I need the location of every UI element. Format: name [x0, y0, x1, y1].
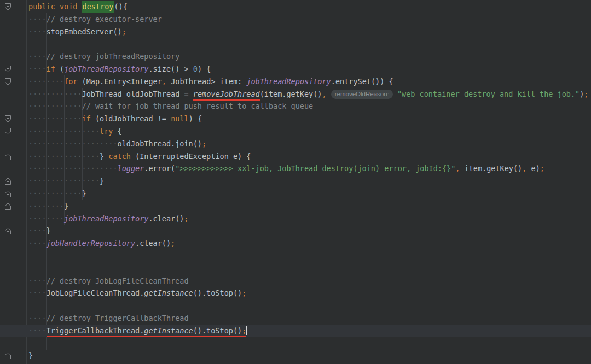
token: ····	[28, 314, 47, 322]
token: removeJobThread	[193, 90, 260, 101]
token: .clear()	[148, 214, 184, 223]
token: JobThread> item:	[166, 77, 246, 86]
gutter-cell[interactable]	[0, 200, 26, 213]
code-line[interactable]: ············// wait for job thread push …	[0, 100, 591, 113]
token: ) {	[189, 114, 202, 123]
token: ············	[28, 114, 82, 123]
code-line[interactable]: ········for (Map.Entry<Integer, JobThrea…	[0, 75, 591, 88]
gutter-cell	[0, 100, 26, 113]
token: ;	[202, 139, 206, 148]
token: getInstance	[144, 289, 193, 297]
token: ····	[28, 52, 47, 61]
gutter-cell[interactable]	[0, 75, 26, 88]
token: public	[28, 2, 55, 11]
token: }	[100, 152, 108, 161]
gutter-cell	[0, 312, 26, 325]
code-text: ····if (jobThreadRepository.size() > 0) …	[0, 63, 591, 75]
token: ········	[28, 214, 64, 223]
token: (Map.Entry<Integer	[77, 77, 161, 86]
gutter-cell[interactable]	[0, 349, 26, 362]
gutter-cell[interactable]	[0, 175, 26, 187]
code-line[interactable]	[0, 337, 591, 350]
token: // wait for job thread push result to ca…	[82, 102, 314, 110]
code-text: public void destroy(){	[0, 1, 591, 13]
gutter-cell	[0, 50, 26, 63]
code-line[interactable]: ····················oldJobThread.join();	[0, 138, 591, 150]
fold-end-icon	[4, 152, 11, 161]
token: if	[47, 64, 55, 73]
code-text: ········jobThreadRepository.clear();	[0, 213, 591, 225]
token: // destroy JobLogFileCleanThread	[47, 277, 189, 285]
token: ····	[28, 239, 47, 248]
code-line[interactable]: ················} catch (InterruptedExce…	[0, 150, 591, 163]
gutter-cell[interactable]	[0, 225, 26, 237]
token: logger	[118, 164, 144, 173]
gutter-cell	[0, 88, 26, 101]
code-text: ····// destroy jobThreadRepository	[0, 50, 591, 63]
token: stopEmbedServer()	[47, 27, 122, 36]
gutter-cell[interactable]	[0, 113, 26, 125]
fold-start-icon	[4, 115, 11, 123]
token: "web container destroy and kill the job.…	[397, 90, 580, 98]
token: }	[28, 351, 33, 360]
gutter-cell	[0, 275, 26, 287]
code-line-current[interactable]: ····TriggerCallbackThread.getInstance().…	[0, 325, 591, 337]
code-line[interactable]: ················try {	[0, 125, 591, 138]
code-text: ············JobThread oldJobThread = rem…	[0, 88, 591, 101]
code-line[interactable]	[0, 38, 591, 50]
gutter-cell	[0, 325, 26, 337]
code-line[interactable]: }	[0, 349, 591, 362]
code-line[interactable]: ····················logger.error(">>>>>>…	[0, 162, 591, 175]
code-line[interactable]: ····// destroy executor-server	[0, 13, 591, 26]
gutter-cell[interactable]	[0, 150, 26, 163]
token: if	[82, 114, 91, 123]
code-line[interactable]: ················}	[0, 175, 591, 187]
token: catch	[108, 152, 131, 161]
code-line[interactable]: ············}	[0, 187, 591, 200]
code-line[interactable]: ····// destroy jobThreadRepository	[0, 50, 591, 63]
code-line[interactable]	[0, 300, 591, 312]
gutter-cell	[0, 138, 26, 150]
token: ····	[28, 326, 47, 335]
code-line[interactable]: ····stopEmbedServer();	[0, 26, 591, 38]
token: destroy	[82, 1, 114, 13]
fold-end-icon	[4, 190, 11, 198]
token	[327, 90, 331, 98]
code-text: ····················logger.error(">>>>>>…	[0, 162, 591, 175]
code-line[interactable]: ····// destroy JobLogFileCleanThread	[0, 275, 591, 287]
code-line[interactable]: ····jobHandlerRepository.clear();	[0, 237, 591, 250]
code-line[interactable]	[0, 262, 591, 275]
token: // destroy TriggerCallbackThread	[47, 314, 189, 322]
token: // destroy executor-server	[47, 15, 162, 24]
gutter-cell[interactable]	[0, 1, 26, 13]
code-text: ················try {	[0, 125, 591, 138]
code-line[interactable]: ············if (oldJobThread != null) {	[0, 113, 591, 125]
gutter-cell[interactable]	[0, 63, 26, 75]
gutter-cell	[0, 287, 26, 300]
code-text: }	[0, 349, 591, 362]
code-text: ····jobHandlerRepository.clear();	[0, 237, 591, 250]
token: (){	[114, 2, 127, 11]
token: (InterruptedException e) {	[131, 152, 251, 161]
code-line[interactable]: ····// destroy TriggerCallbackThread	[0, 312, 591, 325]
code-line[interactable]: ····}	[0, 225, 591, 237]
token: ····	[28, 27, 47, 36]
code-text: ····// destroy TriggerCallbackThread	[0, 312, 591, 325]
code-text: ····// destroy executor-server	[0, 13, 591, 26]
code-line[interactable]: public void destroy(){	[0, 1, 591, 13]
code-line[interactable]: ····JobLogFileCleanThread.getInstance().…	[0, 287, 591, 300]
code-line[interactable]: ········jobThreadRepository.clear();	[0, 213, 591, 225]
token: JobLogFileCleanThread.	[47, 289, 144, 297]
code-line[interactable]: ············JobThread oldJobThread = rem…	[0, 88, 591, 101]
code-line[interactable]: ········}	[0, 200, 591, 213]
token: jobHandlerRepository	[47, 239, 136, 248]
code-line[interactable]: ····if (jobThreadRepository.size() > 0) …	[0, 63, 591, 75]
code-editor[interactable]: public void destroy(){····// destroy exe…	[0, 0, 591, 364]
code-line[interactable]	[0, 250, 591, 262]
token: }	[64, 202, 68, 210]
token: oldJobThread.join()	[118, 139, 202, 148]
gutter-cell[interactable]	[0, 187, 26, 200]
gutter-cell[interactable]	[0, 125, 26, 138]
token: ················	[28, 127, 100, 136]
token: ················	[28, 152, 100, 161]
